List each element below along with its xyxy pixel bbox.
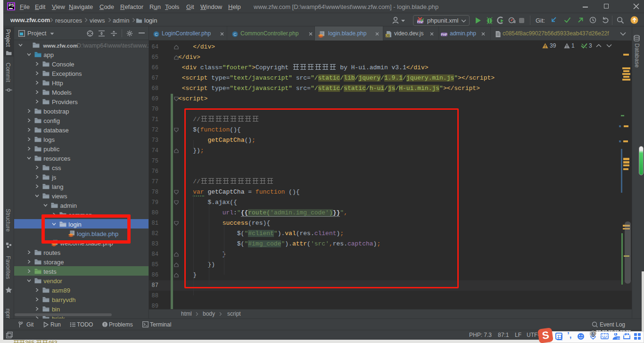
svg-text:19: 19 bbox=[617, 337, 620, 340]
svg-text:C: C bbox=[155, 32, 158, 37]
svg-text:JS: JS bbox=[386, 34, 390, 37]
svg-text:C: C bbox=[233, 32, 237, 37]
svg-text:PHP: PHP bbox=[441, 33, 447, 36]
